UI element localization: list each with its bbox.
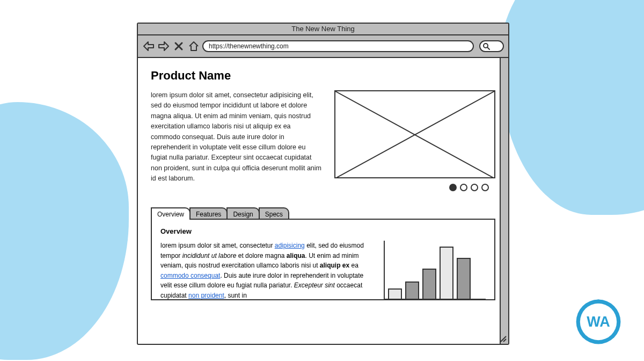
panel-text: lorem ipsum dolor sit amet, consectetur …: [160, 241, 376, 300]
tab-overview[interactable]: Overview: [151, 207, 191, 220]
panel-link[interactable]: non proident: [188, 292, 224, 299]
url-input[interactable]: [202, 40, 474, 52]
svg-line-9: [503, 339, 506, 342]
browser-toolbar: [138, 35, 508, 58]
search-icon: [482, 42, 490, 50]
svg-point-2: [596, 300, 600, 304]
browser-window: The New New Thing Product Name lorem ips…: [137, 23, 509, 345]
hero-paragraph: lorem ipsum dolor sit amet, consectetur …: [151, 90, 321, 191]
tabs-section: OverviewFeaturesDesignSpecs Overview lor…: [151, 207, 495, 300]
panel-heading: Overview: [160, 227, 486, 235]
panel-text-span: ea: [349, 262, 358, 269]
tab-design[interactable]: Design: [226, 207, 259, 220]
panel-bold: aliquip ex: [320, 262, 349, 269]
panel-text-span: , sunt in: [224, 292, 247, 299]
panel-link[interactable]: commodo consequat: [160, 272, 220, 279]
carousel-dots: [334, 184, 495, 191]
hero-media: [334, 90, 495, 191]
svg-line-8: [501, 336, 506, 342]
panel-bold: aliqua: [287, 252, 305, 259]
chart-bar: [440, 247, 453, 299]
forward-button[interactable]: [157, 40, 170, 53]
panel-link[interactable]: adipisicing: [275, 242, 305, 249]
decorative-blob-left: [0, 102, 129, 360]
decorative-blob-right: [499, 0, 644, 215]
window-title: The New New Thing: [291, 25, 355, 33]
chart-bar: [422, 269, 436, 299]
carousel-dot[interactable]: [449, 184, 457, 191]
hero-section: lorem ipsum dolor sit amet, consectetur …: [151, 90, 495, 191]
svg-text:WA: WA: [587, 314, 610, 330]
image-placeholder: [334, 90, 495, 178]
tab-panel-overview: Overview lorem ipsum dolor sit amet, con…: [151, 219, 495, 300]
tab-row: OverviewFeaturesDesignSpecs: [151, 207, 495, 220]
carousel-dot[interactable]: [481, 184, 489, 191]
svg-line-5: [487, 47, 489, 49]
carousel-dot[interactable]: [460, 184, 467, 191]
chart-bar: [405, 281, 419, 299]
home-button[interactable]: [187, 40, 200, 53]
product-title: Product Name: [151, 69, 495, 83]
window-titlebar: The New New Thing: [138, 24, 508, 35]
chart-bar: [457, 258, 471, 299]
back-button[interactable]: [142, 40, 155, 53]
stop-button[interactable]: [172, 40, 185, 53]
wa-badge-logo: WA: [574, 298, 623, 346]
chart-bar: [388, 288, 402, 299]
panel-italic: incididunt ut labore: [182, 252, 237, 259]
tab-features[interactable]: Features: [189, 207, 228, 220]
panel-bar-chart: [384, 241, 486, 300]
panel-text-span: lorem ipsum dolor sit amet, consectetur: [160, 242, 275, 249]
panel-text-span: et dolore magna: [236, 252, 286, 259]
resize-grip-icon[interactable]: [500, 335, 507, 343]
panel-italic: Excepteur sint: [294, 281, 335, 289]
page-content: Product Name lorem ipsum dolor sit amet,…: [138, 58, 508, 344]
tab-specs[interactable]: Specs: [259, 207, 289, 220]
search-button[interactable]: [479, 40, 504, 52]
carousel-dot[interactable]: [471, 184, 478, 191]
